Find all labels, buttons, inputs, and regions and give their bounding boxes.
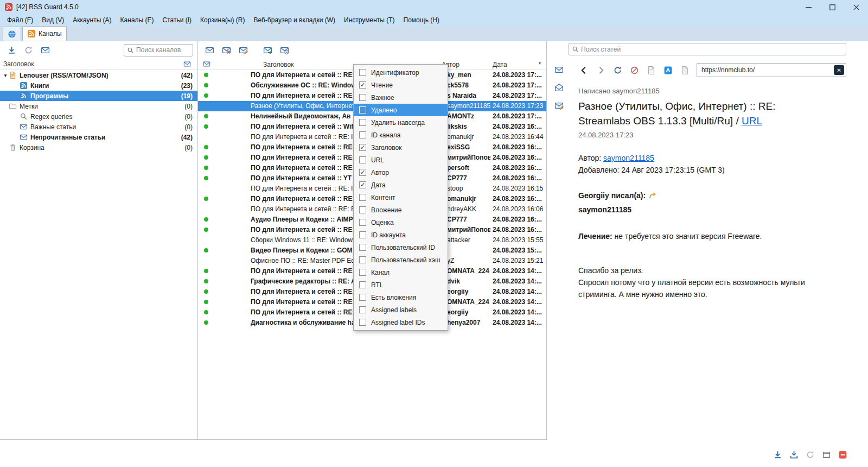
feeds-column-header[interactable]: Заголовок bbox=[0, 59, 197, 70]
column-menu-item[interactable]: URL bbox=[354, 154, 448, 166]
download-icon[interactable] bbox=[4, 43, 18, 57]
mail-x-icon[interactable] bbox=[219, 43, 233, 57]
expand-arrow-icon[interactable]: ▾ bbox=[2, 73, 9, 78]
checkbox-icon[interactable] bbox=[359, 256, 366, 263]
column-menu-item[interactable]: Assigned labels bbox=[354, 304, 448, 316]
forward-icon[interactable] bbox=[594, 64, 607, 77]
menubar-item-3[interactable]: Каналы (E) bbox=[116, 15, 158, 26]
tab-feeds[interactable]: Каналы bbox=[22, 26, 67, 41]
checkbox-checked-icon[interactable]: ✓ bbox=[359, 169, 366, 176]
feed-item[interactable]: Корзина(0) bbox=[0, 142, 197, 153]
feed-item[interactable]: Regex queries(0) bbox=[0, 111, 197, 122]
feed-item[interactable]: Метки(0) bbox=[0, 101, 197, 111]
page-icon[interactable] bbox=[644, 64, 658, 77]
menubar-item-1[interactable]: Вид (V) bbox=[37, 15, 68, 26]
checkbox-icon[interactable] bbox=[359, 206, 366, 213]
close-button[interactable] bbox=[844, 0, 868, 14]
url-bar[interactable]: ✕ bbox=[697, 63, 846, 77]
checkbox-icon[interactable] bbox=[359, 319, 366, 326]
feed-item[interactable]: Книги(23) bbox=[0, 80, 197, 91]
checkbox-icon[interactable] bbox=[359, 131, 366, 138]
mail-pencil-icon[interactable] bbox=[552, 99, 565, 112]
checkbox-icon[interactable] bbox=[359, 281, 366, 288]
column-menu-item[interactable]: ✓Заголовок bbox=[354, 141, 448, 154]
checkbox-icon[interactable] bbox=[359, 294, 366, 301]
column-menu-item[interactable]: Пользовательский ID bbox=[354, 241, 448, 254]
column-menu-item[interactable]: Канал bbox=[354, 266, 448, 279]
menubar-item-4[interactable]: Статьи (I) bbox=[158, 15, 196, 26]
discover-icon[interactable] bbox=[661, 64, 674, 77]
articles-search-input[interactable] bbox=[581, 46, 843, 53]
mail-clock-icon[interactable] bbox=[277, 43, 291, 57]
column-menu-item[interactable]: Контент bbox=[354, 191, 448, 204]
menubar-item-2[interactable]: Аккаунты (A) bbox=[68, 15, 116, 26]
column-menu-item[interactable]: ✓Дата bbox=[354, 179, 448, 191]
article-url-link[interactable]: URL bbox=[742, 115, 762, 127]
url-input[interactable] bbox=[701, 66, 832, 74]
feed-item[interactable]: Важные статьи(0) bbox=[0, 122, 197, 132]
checkbox-checked-icon[interactable]: ✓ bbox=[359, 181, 366, 188]
column-menu-item[interactable]: Важное bbox=[354, 91, 448, 104]
column-menu-item[interactable]: Есть вложения bbox=[354, 291, 448, 304]
feed-item[interactable]: ▾Lenouser (RSS/ATOM/JSON)(42) bbox=[0, 70, 197, 80]
column-menu-item[interactable]: RTL bbox=[354, 279, 448, 291]
mail-icon[interactable] bbox=[38, 43, 52, 57]
menubar-item-6[interactable]: Веб-браузер и вкладки (W) bbox=[249, 15, 340, 26]
checkbox-icon[interactable] bbox=[359, 269, 366, 276]
feeds-search-input[interactable] bbox=[136, 46, 190, 54]
download-tray-icon[interactable] bbox=[788, 449, 800, 460]
download-icon[interactable] bbox=[771, 449, 783, 460]
author-link[interactable]: saymon211185 bbox=[603, 154, 654, 162]
column-menu-item[interactable]: Оценка bbox=[354, 216, 448, 229]
clear-url-icon[interactable]: ✕ bbox=[834, 65, 844, 75]
refresh-icon[interactable] bbox=[21, 43, 35, 57]
checkbox-icon[interactable] bbox=[359, 119, 366, 126]
menubar-item-7[interactable]: Инструменты (T) bbox=[340, 15, 399, 26]
checkbox-icon[interactable] bbox=[359, 94, 366, 101]
column-menu-item[interactable]: Assigned label IDs bbox=[354, 316, 448, 329]
feeds-search[interactable] bbox=[124, 44, 193, 56]
column-title[interactable]: Заголовок bbox=[263, 61, 293, 68]
column-menu-item[interactable]: ID канала bbox=[354, 129, 448, 141]
file-icon[interactable] bbox=[678, 64, 691, 77]
checkbox-icon[interactable] bbox=[359, 231, 366, 238]
reload-icon[interactable] bbox=[611, 64, 624, 77]
stop-icon[interactable] bbox=[628, 64, 641, 77]
maximize-button[interactable] bbox=[820, 0, 844, 14]
column-date[interactable]: Дата bbox=[493, 61, 507, 68]
articles-search[interactable] bbox=[569, 43, 846, 55]
feed-item[interactable]: Непрочитанные статьи(42) bbox=[0, 132, 197, 142]
back-icon[interactable] bbox=[577, 64, 590, 77]
checkbox-icon[interactable] bbox=[359, 156, 366, 163]
checkbox-icon[interactable] bbox=[359, 244, 366, 251]
column-menu-item[interactable]: Удалено bbox=[354, 104, 448, 116]
checkbox-icon[interactable] bbox=[359, 194, 366, 201]
minimize-button[interactable] bbox=[796, 0, 820, 14]
reload-gray-icon[interactable] bbox=[804, 449, 816, 460]
window-icon[interactable] bbox=[820, 449, 832, 460]
column-menu-item[interactable]: ID аккаунта bbox=[354, 229, 448, 241]
mail-icon[interactable] bbox=[202, 43, 216, 57]
checkbox-icon[interactable] bbox=[359, 219, 366, 226]
menubar-item-5[interactable]: Корзина(ы) (R) bbox=[196, 15, 249, 26]
column-menu-item[interactable]: Пользовательский хэш bbox=[354, 254, 448, 266]
checkbox-icon[interactable] bbox=[359, 69, 366, 76]
adblock-icon[interactable] bbox=[837, 449, 848, 460]
column-menu-item[interactable]: Удалить навсегда bbox=[354, 116, 448, 129]
column-menu-item[interactable]: Идентификатор bbox=[354, 66, 448, 79]
column-menu-item[interactable]: Вложение bbox=[354, 204, 448, 216]
mail-pencil-icon[interactable] bbox=[236, 43, 250, 57]
column-menu-item[interactable]: ✓Чтение bbox=[354, 79, 448, 91]
menubar-item-8[interactable]: Помощь (H) bbox=[399, 15, 444, 26]
column-menu-item[interactable]: ✓Автор bbox=[354, 166, 448, 179]
tab-browser[interactable] bbox=[3, 27, 21, 41]
mail-open-icon[interactable] bbox=[552, 81, 565, 94]
checkbox-icon[interactable] bbox=[359, 306, 366, 313]
feed-item[interactable]: Программы(19) bbox=[0, 91, 197, 101]
checkbox-checked-icon[interactable]: ✓ bbox=[359, 144, 366, 151]
checkbox-checked-icon[interactable]: ✓ bbox=[359, 81, 366, 89]
mail-icon[interactable] bbox=[552, 63, 565, 76]
checkbox-icon[interactable] bbox=[359, 106, 366, 113]
mail-arrow-icon[interactable] bbox=[260, 43, 275, 57]
menubar-item-0[interactable]: Файл (F) bbox=[3, 15, 37, 26]
